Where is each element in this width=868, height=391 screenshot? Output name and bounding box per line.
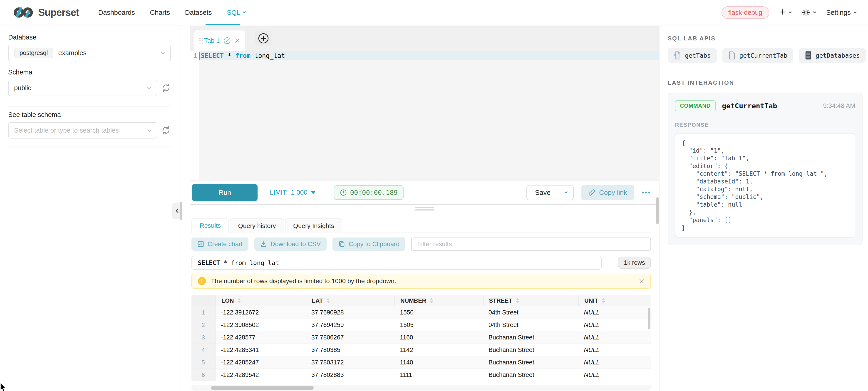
horizontal-scrollbar[interactable]	[191, 385, 651, 391]
get-tabs-button[interactable]: getTabs	[668, 48, 717, 63]
row-number: 4	[191, 344, 216, 356]
scrollbar-thumb[interactable]	[211, 386, 314, 390]
database-select[interactable]: postgresql examples	[8, 45, 171, 61]
query-tab-title: Tab 1	[204, 37, 220, 44]
editor-toolbar: Run LIMIT: 1 000 00:00:00.189 Save	[190, 180, 659, 204]
results-table: LON LAT NUMBER STREET UNIT	[191, 295, 651, 391]
nav-dashboards[interactable]: Dashboards	[98, 9, 135, 17]
schema-select[interactable]: public	[8, 80, 157, 96]
column-header-unit[interactable]: UNIT	[579, 295, 651, 306]
cell-number: 1160	[395, 331, 483, 344]
vertical-scrollbar-thumb[interactable]	[648, 308, 650, 329]
plus-icon: +	[780, 7, 786, 17]
theme-toggle[interactable]	[802, 8, 816, 17]
column-header-number[interactable]: NUMBER	[395, 295, 483, 306]
link-icon	[588, 189, 595, 196]
editor-gutter: 1	[190, 51, 199, 180]
schema-label: Schema	[8, 69, 171, 76]
tab-query-insights[interactable]: Query Insights	[285, 219, 342, 233]
run-query-button[interactable]: Run	[192, 184, 257, 201]
resize-handle[interactable]	[415, 207, 434, 212]
row-number-header	[191, 295, 216, 306]
superset-logo[interactable]: Superset	[13, 6, 79, 19]
query-tab[interactable]: Tab 1	[194, 30, 245, 51]
brand-name: Superset	[38, 7, 79, 18]
editor-scrollbar[interactable]	[656, 197, 659, 224]
save-options-button[interactable]	[559, 186, 573, 200]
navbar-right: flask-debug + Settings	[721, 6, 868, 19]
sql-code-editor[interactable]: 1 SELECT * from long_lat	[190, 51, 659, 180]
tab-query-history[interactable]: Query history	[230, 219, 284, 233]
copy-link-label: Copy link	[599, 189, 627, 196]
create-chart-button[interactable]: Create chart	[191, 237, 248, 251]
cell-lon: -122.4285341	[216, 344, 306, 356]
limit-dropdown[interactable]: LIMIT: 1 000	[270, 189, 316, 196]
results-toolbar: Create chart Download to CSV Copy to Cli…	[191, 237, 651, 251]
sort-icon	[430, 298, 433, 303]
more-actions-button[interactable]: •••	[642, 189, 651, 196]
api-button-label: getTabs	[685, 52, 711, 59]
database-engine-tag: postgresql	[14, 48, 53, 58]
query-elapsed-timer: 00:00:00.189	[334, 185, 404, 200]
download-csv-button[interactable]: Download to CSV	[254, 237, 327, 251]
last-interaction-header: LAST INTERACTION	[668, 79, 863, 86]
get-databases-button[interactable]: getDatabases	[799, 48, 866, 63]
row-number: 1	[191, 306, 216, 319]
nav-sql-label: SQL	[227, 9, 241, 17]
refresh-schemas-button[interactable]	[161, 83, 171, 93]
filter-results-input[interactable]	[411, 237, 651, 251]
download-csv-label: Download to CSV	[271, 240, 321, 248]
cell-unit: NULL	[579, 344, 651, 356]
line-number: 1	[190, 52, 197, 59]
table-row[interactable]: 1 -122.3912672 37.7690928 1550 04th Stre…	[191, 306, 651, 319]
column-header-street[interactable]: STREET	[483, 295, 579, 306]
tab-results[interactable]: Results	[191, 219, 229, 233]
command-name: getCurrentTab	[722, 102, 777, 110]
copy-clipboard-button[interactable]: Copy to Clipboard	[333, 237, 405, 251]
table-row[interactable]: 5 -122.4285247 37.7803172 1140 Buchanan …	[191, 356, 651, 369]
table-select[interactable]: Select table or type to search tables	[8, 122, 157, 138]
new-item-button[interactable]: +	[780, 8, 791, 17]
sort-icon	[516, 298, 519, 303]
cell-street: Buchanan Street	[483, 331, 579, 344]
cell-street: 04th Street	[483, 319, 579, 331]
get-current-tab-button[interactable]: getCurrentTab	[722, 48, 793, 63]
command-badge: COMMAND	[675, 100, 716, 111]
table-row[interactable]: 4 -122.4285341 37.780385 1142 Buchanan S…	[191, 344, 651, 356]
environment-tag: flask-debug	[721, 6, 769, 19]
column-header-lon[interactable]: LON	[216, 295, 306, 306]
cell-unit: NULL	[579, 319, 651, 331]
editor-tabbar: Tab 1	[190, 26, 659, 51]
chevron-down-icon	[788, 10, 792, 13]
results-tabbar: Results Query history Query Insights	[191, 219, 651, 233]
cell-lat: 37.7694259	[306, 319, 395, 331]
row-number: 5	[191, 356, 216, 368]
print-margin-line	[472, 60, 472, 180]
nav-sql[interactable]: SQL	[227, 9, 246, 17]
copy-link-button[interactable]: Copy link	[581, 185, 634, 200]
column-header-lat[interactable]: LAT	[306, 295, 395, 306]
table-row[interactable]: 3 -122.428577 37.7806267 1160 Buchanan S…	[191, 331, 651, 344]
nav-datasets[interactable]: Datasets	[185, 9, 212, 17]
new-tab-button[interactable]	[255, 31, 272, 46]
close-warning-icon[interactable]	[639, 278, 645, 284]
refresh-tables-button[interactable]	[161, 126, 171, 135]
sql-text: *	[224, 52, 235, 60]
table-row[interactable]: 6 -122.4289542 37.7802883 1111 Buchanan …	[191, 369, 651, 381]
query-preview-row: SELECT * from long_lat 1k rows	[191, 256, 651, 270]
warning-icon: !	[198, 277, 206, 285]
drag-handle-icon[interactable]	[199, 38, 200, 39]
cell-lat: 37.7806267	[306, 331, 395, 344]
navbar: Superset Dashboards Charts Datasets SQL …	[0, 0, 868, 26]
sidebar-divider	[8, 146, 171, 146]
nav-charts[interactable]: Charts	[150, 9, 170, 17]
close-tab-icon[interactable]	[235, 38, 240, 43]
settings-menu[interactable]: Settings	[826, 9, 856, 17]
panel-splitter[interactable]	[190, 204, 659, 205]
sidebar-scrollbar[interactable]	[180, 202, 182, 220]
save-button[interactable]: Save	[527, 186, 559, 200]
query-preview: SELECT * from long_lat	[191, 256, 601, 270]
table-row[interactable]: 2 -122.3908502 37.7694259 1505 04th Stre…	[191, 319, 651, 331]
cell-unit: NULL	[579, 369, 651, 381]
chevron-down-icon	[565, 190, 568, 193]
